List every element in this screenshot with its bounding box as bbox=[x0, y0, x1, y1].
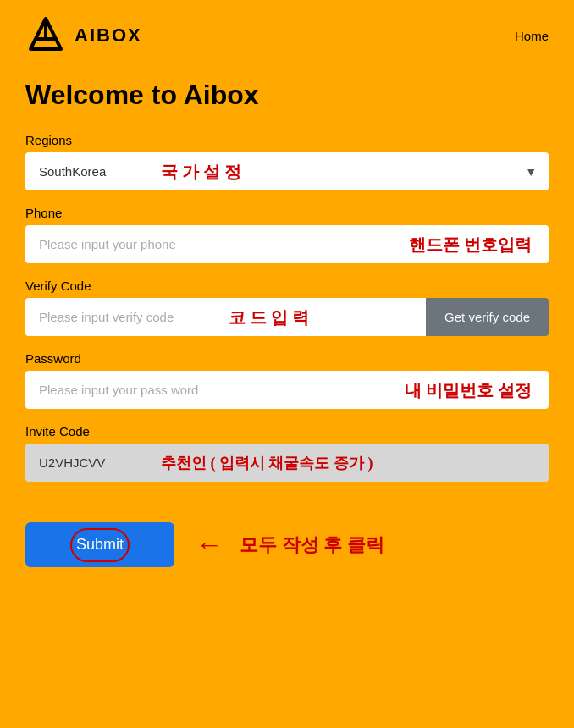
logo-icon bbox=[25, 15, 66, 56]
phone-input[interactable] bbox=[25, 225, 549, 263]
home-link[interactable]: Home bbox=[515, 29, 549, 43]
verify-code-input[interactable] bbox=[25, 298, 426, 336]
logo-area: AIBOX bbox=[25, 15, 142, 56]
invite-group: Invite Code 추천인 ( 입력시 채굴속도 증가 ) bbox=[25, 424, 549, 482]
submit-annotation: 모두 작성 후 클릭 bbox=[240, 532, 384, 558]
regions-wrapper: SouthKorea USA Japan China Other ▼ 국 가 설… bbox=[25, 152, 549, 190]
regions-select-wrapper: SouthKorea USA Japan China Other ▼ bbox=[25, 152, 549, 190]
password-group: Password 내 비밀번호 설정 bbox=[25, 351, 549, 409]
invite-code-input[interactable] bbox=[25, 444, 549, 482]
phone-wrapper: 핸드폰 번호입력 bbox=[25, 225, 549, 263]
registration-form: Regions SouthKorea USA Japan China Other… bbox=[0, 118, 574, 514]
submit-area: Submit ← 모두 작성 후 클릭 bbox=[0, 514, 574, 593]
verify-group: Verify Code Get verify code 코 드 입 력 bbox=[25, 279, 549, 336]
page-title: Welcome to Aibox bbox=[0, 64, 574, 111]
invite-label: Invite Code bbox=[25, 424, 549, 438]
password-label: Password bbox=[25, 351, 549, 366]
regions-select[interactable]: SouthKorea USA Japan China Other bbox=[25, 152, 549, 190]
password-input[interactable] bbox=[25, 371, 549, 409]
header: AIBOX Home bbox=[0, 0, 574, 64]
arrow-icon: ← bbox=[196, 529, 223, 560]
phone-group: Phone 핸드폰 번호입력 bbox=[25, 206, 549, 263]
password-wrapper: 내 비밀번호 설정 bbox=[25, 371, 549, 409]
verify-label: Verify Code bbox=[25, 279, 549, 293]
verify-row: Get verify code bbox=[25, 298, 549, 336]
verify-wrapper: Get verify code 코 드 입 력 bbox=[25, 298, 549, 336]
submit-button[interactable]: Submit bbox=[25, 522, 174, 567]
regions-label: Regions bbox=[25, 133, 549, 147]
get-verify-code-button[interactable]: Get verify code bbox=[426, 298, 549, 336]
phone-label: Phone bbox=[25, 206, 549, 220]
regions-group: Regions SouthKorea USA Japan China Other… bbox=[25, 133, 549, 190]
logo-text: AIBOX bbox=[75, 25, 142, 47]
invite-wrapper: 추천인 ( 입력시 채굴속도 증가 ) bbox=[25, 444, 549, 482]
